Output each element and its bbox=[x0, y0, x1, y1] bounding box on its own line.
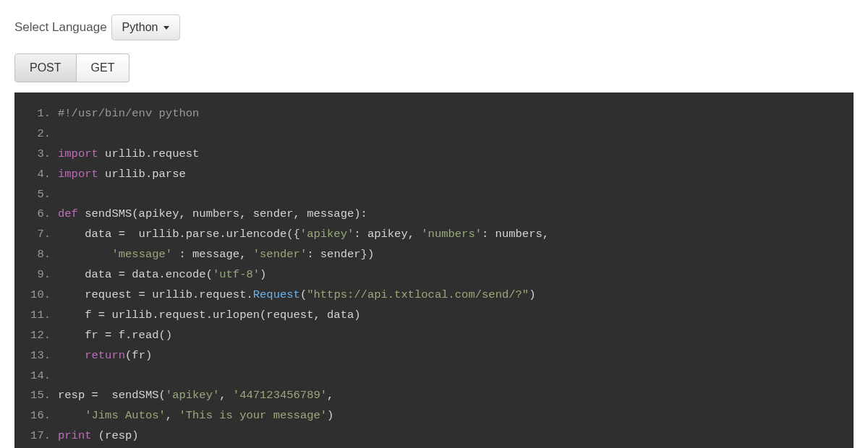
line-number: 17 bbox=[30, 426, 55, 447]
code-text: data = data.encode('utf-8') bbox=[55, 265, 266, 285]
line-number: 7 bbox=[30, 225, 55, 245]
code-text: #!/usr/bin/env python bbox=[55, 104, 199, 124]
code-line: 9 data = data.encode('utf-8') bbox=[30, 265, 838, 285]
code-line: 3import urllib.request bbox=[30, 145, 838, 165]
method-tabs: POST GET bbox=[14, 53, 854, 82]
line-number: 2 bbox=[30, 124, 55, 145]
line-number: 5 bbox=[30, 185, 55, 205]
code-line: 2 bbox=[30, 124, 838, 145]
code-block[interactable]: 1#!/usr/bin/env python23import urllib.re… bbox=[14, 92, 854, 448]
code-text: import urllib.parse bbox=[55, 165, 186, 185]
code-line: 10 request = urllib.request.Request("htt… bbox=[30, 285, 838, 306]
chevron-down-icon bbox=[163, 26, 169, 30]
line-number: 11 bbox=[30, 306, 55, 326]
line-number: 14 bbox=[30, 366, 55, 387]
line-number: 16 bbox=[30, 406, 55, 426]
line-number: 3 bbox=[30, 145, 55, 165]
line-number: 9 bbox=[30, 265, 55, 285]
code-line: 7 data = urllib.parse.urlencode({'apikey… bbox=[30, 225, 838, 245]
code-line: 12 fr = f.read() bbox=[30, 326, 838, 346]
line-number: 6 bbox=[30, 204, 55, 225]
code-text: fr = f.read() bbox=[55, 326, 172, 346]
tab-get[interactable]: GET bbox=[77, 53, 130, 82]
line-number: 13 bbox=[30, 346, 55, 366]
code-text bbox=[55, 185, 58, 205]
code-line: 14 bbox=[30, 366, 838, 387]
code-text: data = urllib.parse.urlencode({'apikey':… bbox=[55, 225, 549, 245]
code-text: 'message' : message, 'sender': sender}) bbox=[55, 245, 374, 265]
line-number: 12 bbox=[30, 326, 55, 346]
code-line: 15resp = sendSMS('apikey', '447123456789… bbox=[30, 386, 838, 406]
code-text: 'Jims Autos', 'This is your message') bbox=[55, 406, 333, 426]
code-text bbox=[55, 366, 58, 387]
code-line: 1#!/usr/bin/env python bbox=[30, 104, 838, 124]
code-text: import urllib.request bbox=[55, 145, 199, 165]
code-line: 6def sendSMS(apikey, numbers, sender, me… bbox=[30, 204, 838, 225]
tab-post[interactable]: POST bbox=[14, 53, 77, 82]
code-line: 13 return(fr) bbox=[30, 346, 838, 366]
code-line: 11 f = urllib.request.urlopen(request, d… bbox=[30, 306, 838, 326]
language-dropdown[interactable]: Python bbox=[111, 14, 181, 40]
code-text: resp = sendSMS('apikey', '447123456789', bbox=[55, 386, 333, 406]
line-number: 15 bbox=[30, 386, 55, 406]
code-line: 8 'message' : message, 'sender': sender}… bbox=[30, 245, 838, 265]
code-line: 17print (resp) bbox=[30, 426, 838, 447]
code-line: 16 'Jims Autos', 'This is your message') bbox=[30, 406, 838, 426]
code-line: 5 bbox=[30, 185, 838, 205]
code-line: 4import urllib.parse bbox=[30, 165, 838, 185]
language-select-row: Select Language Python bbox=[14, 14, 854, 40]
line-number: 10 bbox=[30, 285, 55, 306]
code-text: return(fr) bbox=[55, 346, 152, 366]
code-text: f = urllib.request.urlopen(request, data… bbox=[55, 306, 361, 326]
code-text bbox=[55, 124, 58, 145]
language-select-label: Select Language bbox=[14, 20, 107, 35]
language-dropdown-selected: Python bbox=[122, 21, 158, 34]
code-text: def sendSMS(apikey, numbers, sender, mes… bbox=[55, 204, 367, 225]
line-number: 4 bbox=[30, 165, 55, 185]
line-number: 1 bbox=[30, 104, 55, 124]
code-text: request = urllib.request.Request("https:… bbox=[55, 285, 535, 306]
code-text: print (resp) bbox=[55, 426, 139, 447]
line-number: 8 bbox=[30, 245, 55, 265]
